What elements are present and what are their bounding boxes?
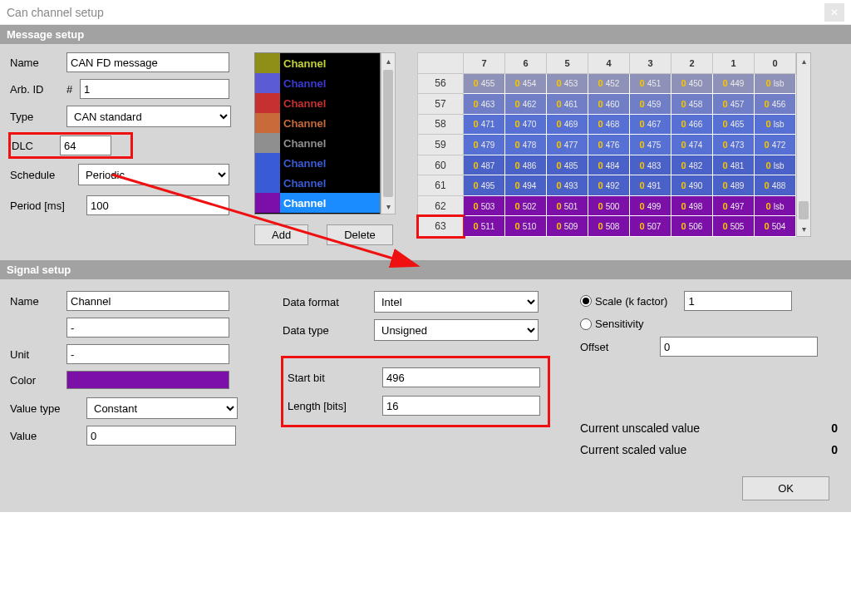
channel-list-item[interactable]: Channel — [255, 113, 380, 133]
dataformat-select[interactable]: Intel — [374, 291, 539, 313]
value-input[interactable] — [86, 426, 236, 446]
bit-cell[interactable]: 0469 — [547, 114, 588, 135]
bit-cell[interactable]: 0lsb — [755, 114, 796, 135]
bit-grid[interactable]: 765432105604550454045304520451045004490l… — [417, 52, 796, 237]
bit-cell[interactable]: 0484 — [588, 155, 630, 175]
bit-cell[interactable]: 0486 — [505, 155, 547, 175]
bit-cell[interactable]: 0463 — [464, 94, 505, 115]
scale-input[interactable] — [684, 291, 792, 311]
bit-cell[interactable]: 0474 — [671, 135, 713, 155]
bit-cell[interactable]: 0502 — [505, 195, 547, 216]
bit-cell[interactable]: 0500 — [588, 195, 630, 216]
bit-cell[interactable]: 0482 — [671, 155, 713, 175]
bit-cell[interactable]: 0494 — [505, 175, 547, 196]
bit-cell[interactable]: 0510 — [505, 216, 547, 237]
bit-cell[interactable]: 0488 — [755, 175, 796, 196]
delete-button[interactable]: Delete — [327, 224, 393, 245]
channel-list-item[interactable]: Channel — [255, 153, 380, 173]
bit-cell[interactable]: 0472 — [755, 135, 796, 155]
bit-cell[interactable]: 0511 — [464, 216, 505, 237]
bit-cell[interactable]: 0508 — [588, 216, 630, 237]
channel-list-item[interactable]: Channel — [255, 193, 380, 213]
scroll-down-icon[interactable]: ▾ — [797, 221, 810, 236]
scale-radio[interactable]: Scale (k factor) — [580, 295, 667, 308]
channel-list-item[interactable]: Channel — [255, 93, 380, 113]
bit-cell[interactable]: 0507 — [630, 216, 671, 237]
bit-cell[interactable]: 0479 — [464, 135, 505, 155]
scroll-thumb[interactable] — [383, 70, 393, 197]
scroll-up-icon[interactable]: ▴ — [381, 53, 395, 68]
valuetype-select[interactable]: Constant — [86, 397, 238, 419]
bit-cell[interactable]: 0470 — [505, 114, 547, 135]
bit-cell[interactable]: 0458 — [671, 94, 713, 115]
bit-cell[interactable]: 0lsb — [755, 73, 796, 94]
bit-cell[interactable]: 0461 — [547, 94, 588, 115]
bit-cell[interactable]: 0481 — [713, 155, 755, 175]
add-button[interactable]: Add — [254, 224, 308, 245]
bit-cell[interactable]: 0lsb — [755, 195, 796, 216]
bit-cell[interactable]: 0493 — [547, 175, 588, 196]
channel-list[interactable]: ChannelChannelChannelChannelChannelChann… — [254, 52, 381, 214]
signal-name2-input[interactable] — [66, 318, 229, 338]
bit-cell[interactable]: 0466 — [671, 114, 713, 135]
bit-cell[interactable]: 0506 — [671, 216, 713, 237]
channel-list-item[interactable]: Channel — [255, 173, 380, 193]
bit-cell[interactable]: 0509 — [547, 216, 588, 237]
bit-cell[interactable]: 0462 — [505, 94, 547, 115]
channel-list-item[interactable]: Channel — [255, 73, 380, 93]
scroll-up-icon[interactable]: ▴ — [797, 53, 810, 68]
bit-cell[interactable]: 0501 — [547, 195, 588, 216]
bit-cell[interactable]: 0483 — [630, 155, 671, 175]
arbid-input[interactable] — [80, 79, 229, 99]
startbit-input[interactable] — [382, 367, 540, 387]
close-icon[interactable]: ✕ — [824, 3, 844, 22]
bit-cell[interactable]: 0492 — [588, 175, 630, 196]
bit-cell[interactable]: 0490 — [671, 175, 713, 196]
channel-list-item[interactable]: Channel — [255, 53, 380, 73]
dlc-input[interactable] — [60, 136, 111, 155]
color-picker[interactable] — [66, 371, 229, 389]
bit-cell[interactable]: 0505 — [713, 216, 755, 237]
scroll-down-icon[interactable]: ▾ — [381, 199, 395, 214]
bit-cell[interactable]: 0487 — [464, 155, 505, 175]
offset-input[interactable] — [660, 337, 818, 357]
sensitivity-radio[interactable]: Sensitivity — [580, 318, 644, 330]
bit-cell[interactable]: 0477 — [547, 135, 588, 155]
bit-cell[interactable]: 0499 — [630, 195, 671, 216]
signal-name-input[interactable] — [66, 291, 229, 311]
bit-cell[interactable]: 0449 — [713, 73, 755, 94]
unit-input[interactable] — [66, 344, 229, 364]
channel-list-scrollbar[interactable]: ▴ ▾ — [381, 52, 396, 214]
bit-cell[interactable]: 0452 — [588, 73, 630, 94]
bit-cell[interactable]: 0460 — [588, 94, 630, 115]
scroll-thumb[interactable] — [799, 201, 809, 219]
period-input[interactable] — [86, 195, 229, 215]
bit-cell[interactable]: 0lsb — [755, 155, 796, 175]
bit-cell[interactable]: 0495 — [464, 175, 505, 196]
bit-cell[interactable]: 0453 — [547, 73, 588, 94]
bit-cell[interactable]: 0475 — [630, 135, 671, 155]
bit-cell[interactable]: 0476 — [588, 135, 630, 155]
bit-cell[interactable]: 0473 — [713, 135, 755, 155]
bit-cell[interactable]: 0457 — [713, 94, 755, 115]
type-select[interactable]: CAN standard — [66, 106, 231, 127]
channel-list-item[interactable]: Channel — [255, 133, 380, 153]
datatype-select[interactable]: Unsigned — [374, 319, 539, 341]
bit-cell[interactable]: 0471 — [464, 114, 505, 135]
bit-cell[interactable]: 0451 — [630, 73, 671, 94]
bit-grid-scrollbar[interactable]: ▴ ▾ — [796, 52, 811, 237]
bit-cell[interactable]: 0456 — [755, 94, 796, 115]
schedule-select[interactable]: Periodic — [78, 164, 229, 185]
bit-cell[interactable]: 0478 — [505, 135, 547, 155]
bit-cell[interactable]: 0498 — [671, 195, 713, 216]
bit-cell[interactable]: 0454 — [505, 73, 547, 94]
bit-cell[interactable]: 0497 — [713, 195, 755, 216]
bit-cell[interactable]: 0465 — [713, 114, 755, 135]
bit-cell[interactable]: 0455 — [464, 73, 505, 94]
bit-cell[interactable]: 0491 — [630, 175, 671, 196]
bit-cell[interactable]: 0504 — [755, 216, 796, 237]
bit-cell[interactable]: 0485 — [547, 155, 588, 175]
bit-cell[interactable]: 0503 — [464, 195, 505, 216]
bit-cell[interactable]: 0467 — [630, 114, 671, 135]
bit-cell[interactable]: 0468 — [588, 114, 630, 135]
